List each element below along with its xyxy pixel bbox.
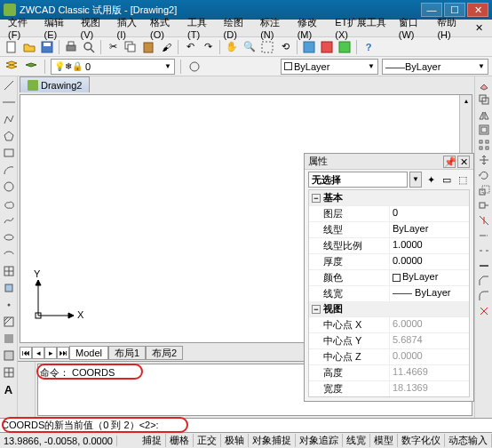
arc-icon[interactable]: [2, 163, 16, 177]
erase-icon[interactable]: [478, 78, 490, 91]
region-icon[interactable]: [2, 348, 16, 363]
rotate-icon[interactable]: [478, 169, 490, 181]
layer-states-icon[interactable]: [186, 59, 202, 75]
tab-first-button[interactable]: ⏮: [20, 347, 32, 359]
select-objects-icon[interactable]: ▭: [440, 172, 454, 187]
stretch-icon[interactable]: [478, 199, 490, 212]
circle-icon[interactable]: [2, 180, 16, 194]
prop-cat-view[interactable]: −视图: [309, 301, 469, 316]
tab-layout1[interactable]: 布局1: [108, 346, 146, 360]
copy-icon[interactable]: [123, 39, 139, 55]
copy2-icon[interactable]: [478, 93, 490, 106]
rectangle-icon[interactable]: [2, 146, 16, 160]
tab-prev-button[interactable]: ◂: [32, 347, 44, 359]
layer-prev-icon[interactable]: [23, 59, 39, 75]
menu-format[interactable]: 格式(O): [146, 16, 183, 40]
menu-edit[interactable]: 编辑(E): [40, 16, 76, 40]
extend-icon[interactable]: [478, 229, 490, 242]
menu-insert[interactable]: 插入(I): [113, 16, 146, 40]
menu-et[interactable]: ET扩展工具(X): [330, 16, 394, 40]
insert-icon[interactable]: [2, 264, 16, 278]
tab-model[interactable]: Model: [69, 346, 108, 360]
zoom-win-icon[interactable]: [259, 39, 275, 55]
mirror-icon[interactable]: [478, 108, 490, 121]
mtext-icon[interactable]: A: [2, 382, 16, 396]
minimize-button[interactable]: —: [421, 3, 442, 17]
xline-icon[interactable]: [2, 95, 16, 109]
help-icon[interactable]: ?: [361, 39, 377, 55]
sb-otrack[interactable]: 对象追踪: [296, 434, 343, 447]
layer-manager-icon[interactable]: [4, 59, 20, 75]
open-icon[interactable]: [21, 39, 37, 55]
close-button[interactable]: ✕: [467, 3, 488, 17]
tab-layout2[interactable]: 布局2: [146, 346, 183, 360]
menu-dim[interactable]: 标注(N): [256, 16, 293, 40]
pan-icon[interactable]: ✋: [224, 39, 240, 55]
zoom-prev-icon[interactable]: ⟲: [277, 39, 293, 55]
tab-last-button[interactable]: ⏭: [57, 347, 69, 359]
fillet-icon[interactable]: [478, 290, 490, 302]
doc-close-button[interactable]: ✕: [470, 22, 488, 34]
cut-icon[interactable]: ✂: [105, 39, 121, 55]
selection-combo[interactable]: 无选择: [308, 172, 408, 188]
prop-close-button[interactable]: ✕: [457, 156, 470, 168]
array-icon[interactable]: [478, 139, 490, 151]
chamfer-icon[interactable]: [478, 275, 490, 287]
drawing-tab[interactable]: Drawing2: [20, 76, 90, 92]
selection-dropdown-button[interactable]: ▼: [409, 172, 422, 188]
gradient-icon[interactable]: [2, 332, 16, 346]
ellipse-arc-icon[interactable]: [2, 247, 16, 261]
tool-palette-icon[interactable]: [337, 39, 353, 55]
toggle-pickadd-icon[interactable]: ⬚: [456, 172, 470, 187]
polygon-icon[interactable]: [2, 129, 16, 143]
sb-dyn[interactable]: 动态输入: [445, 434, 492, 447]
sb-polar[interactable]: 极轴: [221, 434, 249, 447]
layer-combo[interactable]: 💡❄🔒 0▼: [51, 59, 175, 75]
preview-icon[interactable]: [81, 39, 97, 55]
undo-icon[interactable]: ↶: [182, 39, 198, 55]
menu-tools[interactable]: 工具(T): [183, 16, 219, 40]
ellipse-icon[interactable]: [2, 230, 16, 244]
coords-readout[interactable]: 13.9866, -0.0058, 0.0000: [0, 436, 117, 446]
point-icon[interactable]: [2, 298, 16, 312]
quick-select-icon[interactable]: ✦: [424, 172, 438, 187]
join-icon[interactable]: [478, 260, 490, 272]
block-icon[interactable]: [2, 281, 16, 295]
print-icon[interactable]: [63, 39, 79, 55]
tab-next-button[interactable]: ▸: [44, 347, 57, 359]
break-icon[interactable]: [478, 244, 490, 257]
new-icon[interactable]: [4, 39, 20, 55]
sb-grid[interactable]: 栅格: [166, 434, 194, 447]
menu-draw[interactable]: 绘图(D): [219, 16, 257, 40]
color-combo[interactable]: ByLayer▼: [281, 59, 378, 75]
pline-icon[interactable]: [2, 112, 16, 126]
spline-icon[interactable]: [2, 213, 16, 228]
menu-modify[interactable]: 修改(M): [293, 16, 331, 40]
menu-help[interactable]: 帮助(H): [432, 16, 470, 40]
design-center-icon[interactable]: [319, 39, 335, 55]
table-icon[interactable]: [2, 365, 16, 380]
scale-icon[interactable]: [478, 184, 490, 196]
revcloud-icon[interactable]: [2, 196, 16, 211]
hatch-icon[interactable]: [2, 315, 16, 329]
paste-icon[interactable]: [140, 39, 156, 55]
offset-icon[interactable]: [478, 124, 490, 136]
command-input[interactable]: COORDS的新当前值（0 到 2）<2>:: [0, 418, 492, 432]
sb-snap[interactable]: 捕捉: [139, 434, 166, 447]
trim-icon[interactable]: [478, 214, 490, 227]
sb-tablet[interactable]: 数字化仪: [398, 434, 445, 447]
zoom-rt-icon[interactable]: 🔍: [242, 39, 258, 55]
line-icon[interactable]: [2, 78, 16, 92]
move-icon[interactable]: [478, 154, 490, 166]
sb-ortho[interactable]: 正交: [194, 434, 221, 447]
sb-osnap[interactable]: 对象捕捉: [249, 434, 296, 447]
prop-pin-button[interactable]: 📌: [443, 156, 456, 168]
menu-view[interactable]: 视图(V): [76, 16, 113, 40]
redo-icon[interactable]: ↷: [200, 39, 216, 55]
properties-icon[interactable]: [301, 39, 317, 55]
prop-cat-basic[interactable]: −基本: [309, 190, 469, 205]
explode-icon[interactable]: [478, 305, 490, 317]
maximize-button[interactable]: ☐: [444, 3, 465, 17]
sb-lwt[interactable]: 线宽: [343, 434, 370, 447]
menu-window[interactable]: 窗口(W): [394, 16, 433, 40]
